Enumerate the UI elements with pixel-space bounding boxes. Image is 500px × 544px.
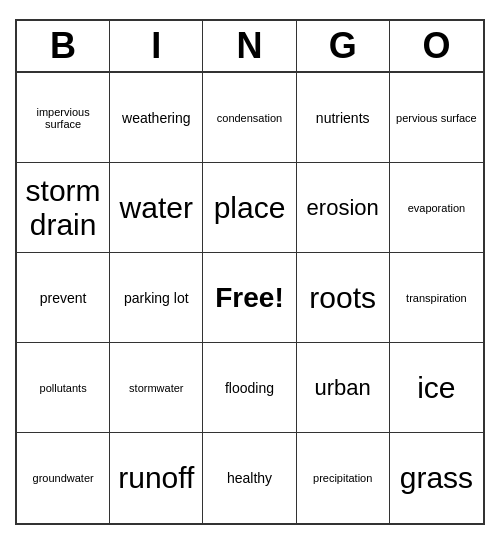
cell-text-r4-c0: groundwater: [33, 472, 94, 484]
bingo-cell-r0-c1: weathering: [110, 73, 203, 163]
bingo-cell-r0-c3: nutrients: [297, 73, 390, 163]
bingo-cell-r1-c4: evaporation: [390, 163, 483, 253]
bingo-cell-r2-c2: Free!: [203, 253, 296, 343]
cell-text-r1-c4: evaporation: [408, 202, 466, 214]
bingo-cell-r2-c1: parking lot: [110, 253, 203, 343]
bingo-cell-r1-c2: place: [203, 163, 296, 253]
bingo-cell-r2-c4: transpiration: [390, 253, 483, 343]
header-letter-I: I: [110, 21, 203, 71]
cell-text-r4-c1: runoff: [118, 461, 194, 495]
bingo-cell-r3-c0: pollutants: [17, 343, 110, 433]
bingo-cell-r2-c0: prevent: [17, 253, 110, 343]
bingo-cell-r0-c0: impervious surface: [17, 73, 110, 163]
bingo-cell-r3-c2: flooding: [203, 343, 296, 433]
cell-text-r3-c2: flooding: [225, 380, 274, 396]
cell-text-r0-c1: weathering: [122, 110, 191, 126]
cell-text-r3-c4: ice: [417, 371, 455, 405]
header-letter-O: O: [390, 21, 483, 71]
bingo-cell-r3-c4: ice: [390, 343, 483, 433]
cell-text-r1-c2: place: [214, 191, 286, 225]
cell-text-r4-c3: precipitation: [313, 472, 372, 484]
cell-text-r1-c3: erosion: [307, 195, 379, 221]
bingo-header: BINGO: [17, 21, 483, 73]
bingo-grid: impervious surfaceweatheringcondensation…: [17, 73, 483, 523]
cell-text-r2-c3: roots: [309, 281, 376, 315]
bingo-cell-r0-c4: pervious surface: [390, 73, 483, 163]
cell-text-r4-c4: grass: [400, 461, 473, 495]
bingo-cell-r1-c0: storm drain: [17, 163, 110, 253]
cell-text-r0-c4: pervious surface: [396, 112, 477, 124]
bingo-cell-r4-c4: grass: [390, 433, 483, 523]
bingo-cell-r4-c3: precipitation: [297, 433, 390, 523]
bingo-cell-r1-c3: erosion: [297, 163, 390, 253]
cell-text-r1-c1: water: [120, 191, 193, 225]
cell-text-r2-c1: parking lot: [124, 290, 189, 306]
cell-text-r3-c3: urban: [315, 375, 371, 401]
bingo-cell-r4-c2: healthy: [203, 433, 296, 523]
cell-text-r1-c0: storm drain: [21, 174, 105, 242]
bingo-cell-r3-c3: urban: [297, 343, 390, 433]
bingo-cell-r4-c1: runoff: [110, 433, 203, 523]
cell-text-r3-c0: pollutants: [40, 382, 87, 394]
cell-text-r0-c2: condensation: [217, 112, 282, 124]
cell-text-r0-c3: nutrients: [316, 110, 370, 126]
cell-text-r2-c4: transpiration: [406, 292, 467, 304]
cell-text-r2-c0: prevent: [40, 290, 87, 306]
bingo-cell-r4-c0: groundwater: [17, 433, 110, 523]
header-letter-G: G: [297, 21, 390, 71]
cell-text-r0-c0: impervious surface: [21, 106, 105, 130]
header-letter-B: B: [17, 21, 110, 71]
bingo-cell-r1-c1: water: [110, 163, 203, 253]
header-letter-N: N: [203, 21, 296, 71]
bingo-cell-r0-c2: condensation: [203, 73, 296, 163]
bingo-card: BINGO impervious surfaceweatheringconden…: [15, 19, 485, 525]
cell-text-r2-c2: Free!: [215, 282, 283, 314]
bingo-cell-r2-c3: roots: [297, 253, 390, 343]
cell-text-r4-c2: healthy: [227, 470, 272, 486]
cell-text-r3-c1: stormwater: [129, 382, 183, 394]
bingo-cell-r3-c1: stormwater: [110, 343, 203, 433]
